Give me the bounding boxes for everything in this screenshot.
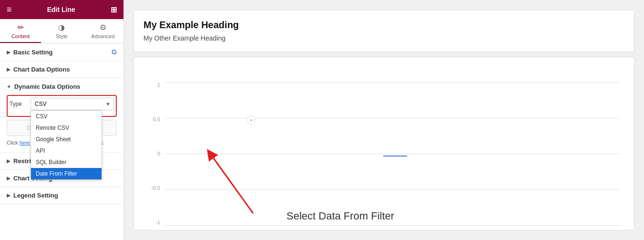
sub-heading: My Other Example Heading — [143, 34, 624, 42]
section-legend-setting-header[interactable]: ▶ Legend Setting — [0, 187, 123, 204]
sidebar-title: Edit Line — [47, 6, 75, 13]
option-google-sheet[interactable]: Google Sheet — [31, 134, 102, 145]
option-remote-csv[interactable]: Remote CSV — [31, 122, 102, 134]
y-axis-labels: 1 0.5 0 -0.5 -1 — [148, 82, 163, 225]
arrow-icon-5: ▶ — [7, 176, 10, 181]
h-line-4 — [165, 189, 620, 190]
google-icon: G — [112, 48, 117, 56]
link-prefix: Click — [7, 140, 20, 146]
menu-icon[interactable]: ≡ — [7, 5, 12, 15]
chart-card: 1 0.5 0 -0.5 -1 Select Data From Filter — [133, 57, 634, 230]
arrow-icon-4: ▶ — [7, 158, 10, 164]
y-label-1: 1 — [157, 82, 160, 88]
tab-advanced-label: Advanced — [91, 33, 114, 39]
type-select[interactable]: CSV Remote CSV Google Sheet API SQL Buil… — [31, 98, 114, 110]
advanced-icon: ⚙ — [100, 23, 106, 32]
arrow-icon-3: ▼ — [6, 84, 11, 89]
main-heading: My Example Heading — [143, 20, 624, 31]
section-dynamic-data-options: ▼ Dynamic Data Options Type CSV Remote C… — [0, 78, 123, 153]
chart-lines — [165, 82, 620, 225]
type-field-row: Type CSV Remote CSV Google Sheet API SQL… — [10, 98, 114, 110]
chart-area: 1 0.5 0 -0.5 -1 — [148, 82, 620, 225]
y-label-n05: -0.5 — [151, 185, 160, 191]
y-label-n1: -1 — [155, 219, 160, 225]
arrow-icon-2: ▶ — [7, 67, 10, 72]
grid-icon[interactable]: ⊞ — [111, 5, 117, 14]
h-line-1 — [165, 82, 620, 83]
main-content: My Example Heading My Other Example Head… — [124, 0, 644, 240]
section-legend-setting: ▶ Legend Setting — [0, 187, 123, 204]
h-line-5 — [165, 225, 620, 226]
style-icon: ◑ — [58, 23, 65, 32]
h-line-3 — [165, 154, 620, 154]
chart-blue-line — [383, 156, 407, 157]
arrow-icon-6: ▶ — [7, 193, 10, 198]
heading-card: My Example Heading My Other Example Head… — [133, 10, 634, 52]
tab-content[interactable]: ✏ Content — [0, 19, 41, 43]
section-chart-data-options: ▶ Chart Data Options — [0, 61, 123, 78]
legend-setting-label: Legend Setting — [13, 192, 58, 199]
section-basic-setting: ▶ Basic Setting G — [0, 43, 123, 61]
csv-download-link[interactable]: here — [20, 140, 30, 146]
content-icon: ✏ — [18, 23, 24, 32]
section-chart-data-options-header[interactable]: ▶ Chart Data Options — [0, 61, 123, 78]
dynamic-data-content: Type CSV Remote CSV Google Sheet API SQL… — [0, 95, 123, 152]
section-basic-setting-header[interactable]: ▶ Basic Setting G — [0, 43, 123, 61]
tab-advanced[interactable]: ⚙ Advanced — [82, 19, 123, 43]
option-sql-builder[interactable]: SQL Builder — [31, 157, 102, 168]
type-dropdown-popup: CSV Remote CSV Google Sheet API SQL Buil… — [31, 110, 102, 180]
tab-style[interactable]: ◑ Style — [41, 19, 82, 43]
chart-data-options-label: Chart Data Options — [13, 66, 70, 73]
type-select-wrapper: CSV Remote CSV Google Sheet API SQL Buil… — [31, 98, 114, 110]
y-label-05: 0.5 — [153, 116, 160, 122]
option-csv[interactable]: CSV — [31, 111, 102, 122]
sidebar-toggle-button[interactable]: ‹ — [247, 116, 256, 125]
arrow-icon: ▶ — [7, 50, 10, 55]
annotation-text: Select Data From Filter — [286, 210, 394, 222]
dynamic-data-options-label: Dynamic Data Options — [14, 83, 81, 90]
section-dynamic-data-options-header[interactable]: ▼ Dynamic Data Options — [0, 78, 123, 95]
basic-setting-label: Basic Setting — [13, 49, 52, 56]
sidebar-tabs: ✏ Content ◑ Style ⚙ Advanced — [0, 19, 123, 43]
sidebar: ≡ Edit Line ⊞ ✏ Content ◑ Style ⚙ Advanc… — [0, 0, 124, 240]
option-api[interactable]: API — [31, 145, 102, 157]
type-field-highlight: Type CSV Remote CSV Google Sheet API SQL… — [7, 95, 117, 117]
y-label-0: 0 — [157, 151, 160, 157]
tab-style-label: Style — [56, 33, 67, 39]
h-line-2 — [165, 118, 620, 118]
type-label: Type — [10, 101, 27, 107]
sidebar-header: ≡ Edit Line ⊞ — [0, 0, 123, 19]
tab-content-label: Content — [11, 33, 30, 39]
option-date-from-filter[interactable]: Date From Filter — [31, 168, 102, 179]
